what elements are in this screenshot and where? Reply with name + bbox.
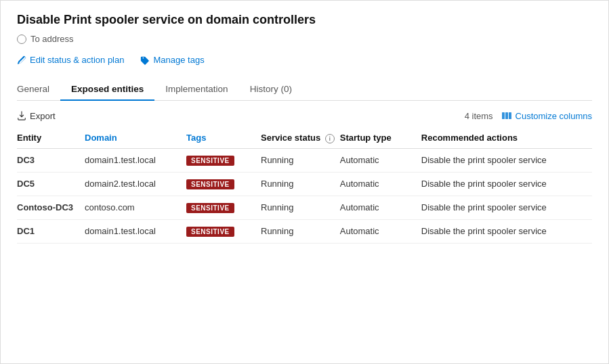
table-row: DC1 domain1.test.local SENSITIVE Running…	[17, 219, 592, 243]
status-row: To address	[17, 34, 592, 44]
col-header-recommended-actions: Recommended actions	[421, 128, 592, 148]
svg-rect-1	[505, 112, 508, 119]
cell-entity: DC3	[17, 148, 85, 172]
cell-startup-type: Automatic	[340, 148, 421, 172]
service-status-info-icon[interactable]: i	[325, 134, 335, 143]
cell-recommended-actions: Disable the print spooler service	[421, 172, 592, 196]
cell-domain: domain2.test.local	[85, 172, 186, 196]
sensitive-badge: SENSITIVE	[186, 179, 234, 189]
cell-entity: DC1	[17, 219, 85, 243]
customize-columns-label: Customize columns	[516, 111, 592, 121]
tab-history[interactable]: History (0)	[239, 78, 303, 101]
svg-rect-2	[509, 112, 511, 119]
status-circle-icon	[17, 35, 26, 44]
export-button[interactable]: Export	[17, 111, 56, 121]
cell-domain: contoso.com	[85, 196, 186, 219]
manage-tags-link[interactable]: Manage tags	[140, 55, 204, 65]
export-icon	[17, 111, 26, 120]
table-row: Contoso-DC3 contoso.com SENSITIVE Runnin…	[17, 196, 592, 219]
cell-tags: SENSITIVE	[186, 196, 261, 219]
col-header-tags[interactable]: Tags	[186, 128, 261, 148]
tab-exposed-entities[interactable]: Exposed entities	[60, 78, 154, 101]
table-row: DC5 domain2.test.local SENSITIVE Running…	[17, 172, 592, 196]
col-header-service-status: Service status i	[261, 128, 340, 148]
svg-rect-0	[502, 112, 505, 119]
tab-general[interactable]: General	[17, 78, 60, 101]
actions-row: Edit status & action plan Manage tags	[17, 55, 592, 65]
table-row: DC3 domain1.test.local SENSITIVE Running…	[17, 148, 592, 172]
cell-service-status: Running	[261, 172, 340, 196]
sensitive-badge: SENSITIVE	[186, 156, 234, 166]
item-count: 4 items	[465, 111, 493, 121]
tab-implementation[interactable]: Implementation	[154, 78, 238, 101]
table-toolbar: Export 4 items Customize columns	[17, 110, 592, 121]
cell-startup-type: Automatic	[340, 196, 421, 219]
col-header-domain[interactable]: Domain	[85, 128, 186, 148]
cell-recommended-actions: Disable the print spooler service	[421, 219, 592, 243]
entities-table: Entity Domain Tags Service status i Star…	[17, 128, 592, 244]
cell-service-status: Running	[261, 219, 340, 243]
cell-recommended-actions: Disable the print spooler service	[421, 196, 592, 219]
sensitive-badge: SENSITIVE	[186, 227, 234, 237]
cell-entity: Contoso-DC3	[17, 196, 85, 219]
cell-service-status: Running	[261, 148, 340, 172]
table-header-row: Entity Domain Tags Service status i Star…	[17, 128, 592, 148]
col-header-entity: Entity	[17, 128, 85, 148]
sensitive-badge: SENSITIVE	[186, 203, 234, 213]
customize-columns-button[interactable]: Customize columns	[501, 110, 592, 121]
export-label: Export	[30, 111, 56, 121]
cell-tags: SENSITIVE	[186, 148, 261, 172]
edit-status-link[interactable]: Edit status & action plan	[17, 55, 124, 65]
toolbar-right: 4 items Customize columns	[465, 110, 592, 121]
cell-service-status: Running	[261, 196, 340, 219]
status-label: To address	[30, 34, 74, 44]
cell-tags: SENSITIVE	[186, 172, 261, 196]
edit-status-label: Edit status & action plan	[30, 55, 124, 65]
cell-domain: domain1.test.local	[85, 219, 186, 243]
page-title: Disable Print spooler service on domain …	[17, 13, 592, 27]
columns-icon	[501, 110, 512, 121]
cell-entity: DC5	[17, 172, 85, 196]
cell-domain: domain1.test.local	[85, 148, 186, 172]
pencil-icon	[17, 55, 26, 65]
manage-tags-label: Manage tags	[153, 55, 204, 65]
cell-startup-type: Automatic	[340, 172, 421, 196]
cell-startup-type: Automatic	[340, 219, 421, 243]
tag-icon	[140, 55, 150, 65]
tab-bar: General Exposed entities Implementation …	[17, 78, 592, 101]
col-header-startup-type: Startup type	[340, 128, 421, 148]
cell-tags: SENSITIVE	[186, 219, 261, 243]
cell-recommended-actions: Disable the print spooler service	[421, 148, 592, 172]
